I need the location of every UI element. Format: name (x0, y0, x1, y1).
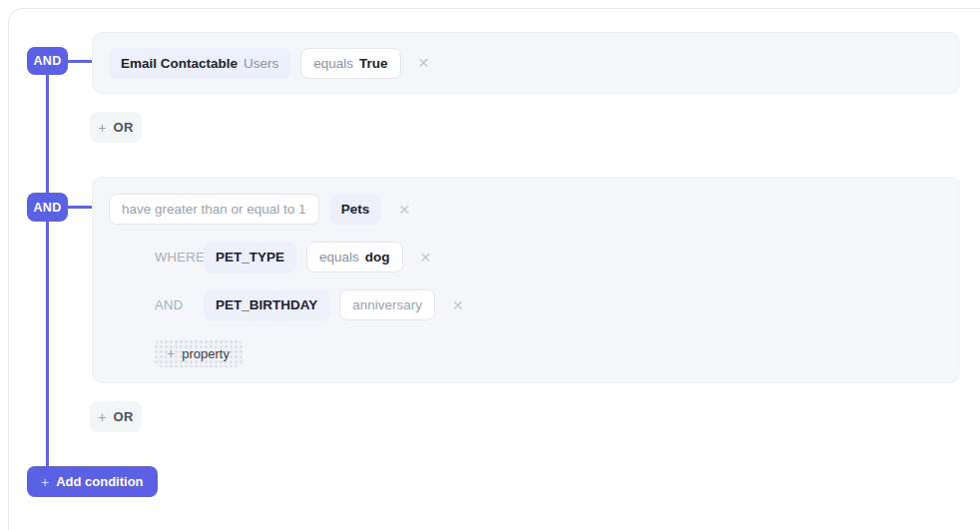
condition-row-main: have greater than or equal to 1 Pets ✕ (109, 194, 410, 225)
or-button-label: OR (114, 120, 134, 135)
property-chip-pet-birthday[interactable]: PET_BIRTHDAY (204, 289, 329, 320)
plus-icon: + (167, 345, 175, 361)
plus-icon: + (98, 409, 106, 425)
property-category: Users (244, 56, 278, 71)
object-chip-pets[interactable]: Pets (329, 194, 382, 225)
and-connector-label: AND (155, 297, 204, 312)
object-name: Pets (341, 202, 370, 217)
operator-value-chip-equals-true[interactable]: equals True (300, 48, 400, 79)
add-or-button-1[interactable]: + OR (90, 112, 142, 143)
connector-vertical-line (46, 61, 49, 470)
quantifier-chip[interactable]: have greater than or equal to 1 (109, 194, 319, 225)
subcondition-row-where: WHERE PET_TYPE equals dog ✕ (155, 242, 431, 272)
remove-subcondition-icon[interactable]: ✕ (452, 298, 464, 312)
condition-card-2: have greater than or equal to 1 Pets ✕ W… (92, 177, 960, 383)
plus-icon: + (98, 120, 106, 136)
add-condition-button[interactable]: + Add condition (27, 466, 158, 497)
plus-icon: + (41, 474, 49, 490)
operator-label: equals (313, 56, 353, 71)
add-property-label: property (182, 346, 230, 361)
and-operator-badge-2[interactable]: AND (27, 193, 68, 222)
remove-condition-icon[interactable]: ✕ (398, 203, 410, 217)
subcondition-row-and: AND PET_BIRTHDAY anniversary ✕ (155, 289, 464, 320)
operator-value-chip-equals-dog[interactable]: equals dog (306, 242, 403, 272)
remove-subcondition-icon[interactable]: ✕ (420, 251, 432, 265)
value-label: dog (365, 250, 390, 265)
property-name: Email Contactable (121, 56, 238, 71)
value-placeholder-chip-anniversary[interactable]: anniversary (339, 289, 435, 320)
remove-condition-icon[interactable]: ✕ (418, 56, 430, 70)
property-name: PET_BIRTHDAY (216, 297, 317, 312)
segment-condition-builder: AND Email Contactable Users equals True … (0, 0, 980, 530)
add-condition-label: Add condition (56, 474, 143, 489)
property-chip-pet-type[interactable]: PET_TYPE (204, 242, 296, 272)
connector-line-group1 (66, 60, 92, 63)
add-property-button[interactable]: + property (154, 339, 243, 367)
where-connector-label: WHERE (155, 250, 204, 265)
property-chip-email-contactable[interactable]: Email Contactable Users (109, 48, 290, 79)
add-or-button-2[interactable]: + OR (90, 401, 142, 432)
connector-line-group2 (66, 206, 92, 209)
value-label: True (359, 56, 388, 71)
property-name: PET_TYPE (216, 250, 284, 265)
condition-card-1: Email Contactable Users equals True ✕ (92, 32, 960, 94)
and-operator-badge-1[interactable]: AND (27, 47, 68, 75)
or-button-label: OR (114, 409, 134, 424)
operator-label: equals (319, 250, 359, 265)
